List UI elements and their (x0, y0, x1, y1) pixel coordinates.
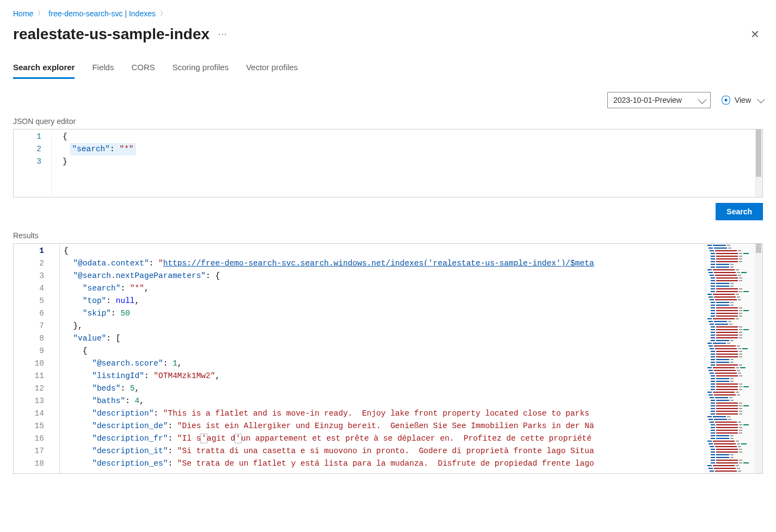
page-title: realestate-us-sample-index (13, 26, 210, 43)
minimap[interactable] (705, 244, 762, 473)
eye-icon (722, 96, 730, 104)
tab-bar: Search explorerFieldsCORSScoring profile… (13, 59, 763, 79)
tab-search-explorer[interactable]: Search explorer (13, 59, 75, 79)
chevron-right-icon: 〉 (38, 9, 44, 18)
breadcrumb-home[interactable]: Home (13, 9, 33, 18)
tab-scoring-profiles[interactable]: Scoring profiles (173, 59, 229, 79)
close-button[interactable]: ✕ (747, 24, 763, 44)
breadcrumb: Home 〉 free-demo-search-svc | Indexes 〉 (13, 9, 763, 18)
view-toggle[interactable]: View (722, 96, 763, 104)
results-label: Results (13, 231, 763, 240)
results-editor[interactable]: 123456789101112131415161718 { "@odata.co… (13, 243, 763, 474)
more-actions-button[interactable]: ··· (216, 27, 229, 41)
search-button[interactable]: Search (716, 203, 763, 220)
chevron-down-icon (757, 96, 765, 103)
chevron-down-icon (698, 95, 707, 104)
chevron-right-icon: 〉 (160, 9, 167, 18)
tab-fields[interactable]: Fields (92, 59, 114, 79)
scrollbar[interactable] (755, 129, 762, 197)
tab-vector-profiles[interactable]: Vector profiles (246, 59, 298, 79)
scrollbar[interactable] (755, 244, 762, 473)
tab-cors[interactable]: CORS (131, 59, 155, 79)
breadcrumb-service[interactable]: free-demo-search-svc | Indexes (48, 9, 156, 18)
json-query-editor[interactable]: 123 { "search": "*"} (13, 129, 763, 197)
query-editor-label: JSON query editor (13, 117, 763, 126)
api-version-value: 2023-10-01-Preview (613, 96, 682, 104)
api-version-select[interactable]: 2023-10-01-Preview (607, 92, 711, 108)
view-label: View (735, 96, 751, 104)
